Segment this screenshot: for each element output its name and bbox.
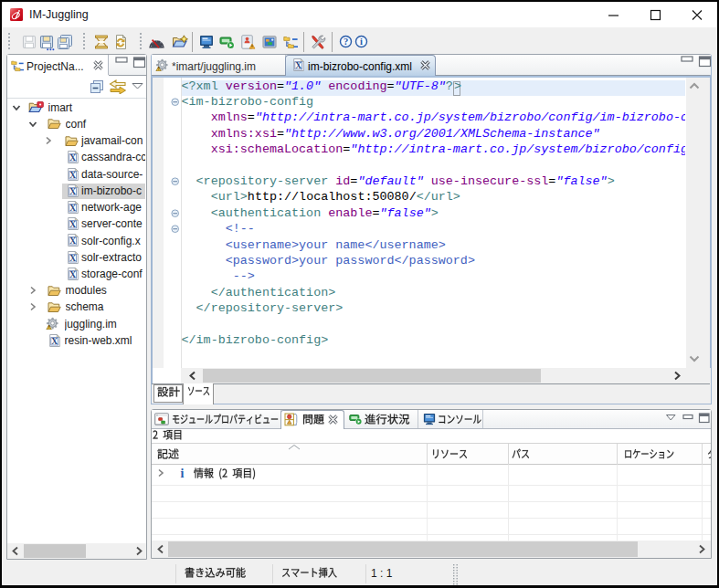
svg-text:X: X bbox=[69, 236, 76, 246]
svg-text:X: X bbox=[69, 153, 76, 163]
svg-text:!: ! bbox=[48, 324, 50, 330]
svg-text:X: X bbox=[69, 270, 76, 279]
svg-text:!: ! bbox=[158, 66, 160, 71]
svg-text:X: X bbox=[69, 253, 76, 262]
svg-text:X: X bbox=[69, 187, 76, 196]
svg-text:?: ? bbox=[344, 37, 348, 47]
svg-text:i: i bbox=[360, 37, 363, 47]
svg-text:X: X bbox=[69, 220, 76, 229]
svg-text:X: X bbox=[295, 61, 301, 70]
svg-text:i: i bbox=[181, 467, 185, 480]
svg-text:X: X bbox=[69, 204, 76, 213]
svg-text:X: X bbox=[51, 337, 58, 346]
svg-text:X: X bbox=[69, 170, 76, 179]
